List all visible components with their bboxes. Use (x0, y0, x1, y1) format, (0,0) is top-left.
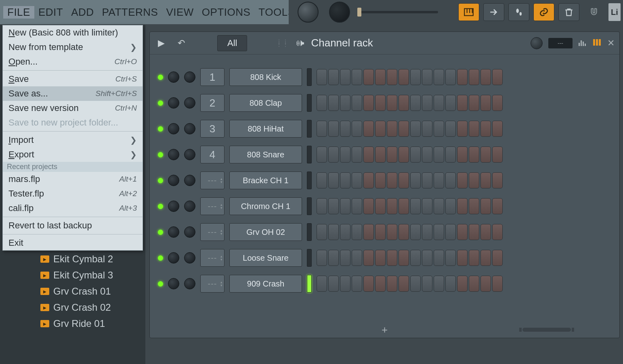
magnet-button[interactable] (583, 3, 604, 21)
swing-knob[interactable] (531, 37, 543, 49)
channel-mute-led[interactable] (158, 75, 163, 80)
channel-name-button[interactable]: 808 HiHat (229, 120, 302, 138)
step-button[interactable] (434, 121, 444, 137)
step-button[interactable] (399, 146, 409, 163)
step-button[interactable] (387, 276, 397, 292)
channel-mute-led[interactable] (158, 178, 163, 183)
step-button[interactable] (363, 198, 374, 214)
channel-volume-knob[interactable] (184, 71, 195, 83)
step-button[interactable] (480, 146, 491, 163)
step-button[interactable] (457, 69, 468, 85)
step-button[interactable] (480, 172, 491, 188)
menu-edit[interactable]: EDIT (34, 6, 67, 19)
menu-item-tester-flp[interactable]: Tester.flpAlt+2 (3, 186, 143, 201)
step-button[interactable] (410, 224, 421, 240)
step-button[interactable] (340, 276, 350, 292)
step-button[interactable] (410, 69, 421, 85)
channel-pan-knob[interactable] (168, 71, 179, 83)
step-button[interactable] (340, 69, 350, 85)
step-button[interactable] (445, 198, 456, 214)
step-button[interactable] (328, 95, 339, 111)
channel-volume-knob[interactable] (184, 97, 195, 109)
channel-select-indicator[interactable] (307, 275, 312, 293)
master-volume-knob[interactable] (298, 2, 319, 23)
step-button[interactable] (422, 250, 432, 266)
step-button[interactable] (457, 146, 468, 163)
channel-mute-led[interactable] (158, 255, 163, 261)
step-button[interactable] (317, 276, 327, 292)
step-button[interactable] (375, 224, 386, 240)
step-button[interactable] (387, 95, 397, 111)
channel-mute-led[interactable] (158, 204, 163, 209)
step-button[interactable] (410, 146, 421, 163)
step-button[interactable] (422, 95, 432, 111)
trash-button[interactable] (558, 3, 579, 21)
step-button[interactable] (480, 224, 491, 240)
step-button[interactable] (387, 224, 397, 240)
step-button[interactable] (328, 224, 339, 240)
step-button[interactable] (375, 172, 386, 188)
step-button[interactable] (492, 69, 503, 85)
channel-pan-knob[interactable] (168, 226, 179, 238)
menu-item-save-new-version[interactable]: Save new versionCtrl+N (3, 101, 143, 115)
step-button[interactable] (352, 250, 362, 266)
menu-item-cali-flp[interactable]: cali.flpAlt+3 (3, 201, 143, 215)
step-button[interactable] (480, 250, 491, 266)
channel-name-button[interactable]: Loose Snare (229, 249, 302, 267)
step-button[interactable] (422, 276, 432, 292)
step-button[interactable] (375, 69, 386, 85)
channel-volume-knob[interactable] (184, 175, 195, 186)
step-button[interactable] (469, 146, 479, 163)
channel-volume-knob[interactable] (184, 201, 195, 212)
step-button[interactable] (387, 250, 397, 266)
link-button[interactable] (533, 3, 554, 21)
step-sequencer-icon[interactable] (593, 39, 602, 48)
channel-select-indicator[interactable] (307, 249, 312, 267)
step-button[interactable] (399, 224, 409, 240)
step-button[interactable] (363, 250, 374, 266)
step-button[interactable] (399, 250, 409, 266)
step-button[interactable] (399, 69, 409, 85)
channel-pan-knob[interactable] (168, 149, 179, 160)
step-button[interactable] (352, 69, 362, 85)
channel-volume-knob[interactable] (184, 252, 195, 264)
step-button[interactable] (328, 172, 339, 188)
step-button[interactable] (480, 95, 491, 111)
step-button[interactable] (352, 224, 362, 240)
step-button[interactable] (340, 198, 350, 214)
step-button[interactable] (328, 146, 339, 163)
channel-mixer-track[interactable]: 2 (200, 94, 224, 112)
step-button[interactable] (317, 224, 327, 240)
channel-mixer-track[interactable]: ---▴▾ (200, 172, 224, 189)
menu-item-save-as[interactable]: Save as...Shift+Ctrl+S (3, 86, 143, 101)
channel-name-button[interactable]: Bracke CH 1 (229, 172, 302, 189)
step-button[interactable] (363, 224, 374, 240)
step-button[interactable] (445, 69, 456, 85)
channel-pan-knob[interactable] (168, 252, 179, 264)
channel-select-indicator[interactable] (307, 68, 312, 86)
step-button[interactable] (457, 224, 468, 240)
step-button[interactable] (480, 276, 491, 292)
channel-volume-knob[interactable] (184, 149, 195, 160)
step-button[interactable] (387, 121, 397, 137)
add-channel-button[interactable]: + (382, 324, 388, 336)
step-button[interactable] (363, 172, 374, 188)
pattern-length-display[interactable]: --- (548, 38, 573, 48)
step-button[interactable] (340, 121, 350, 137)
step-button[interactable] (469, 95, 479, 111)
step-button[interactable] (422, 121, 432, 137)
step-button[interactable] (445, 276, 456, 292)
channel-name-button[interactable]: 808 Clap (229, 94, 302, 112)
typing-keyboard-button[interactable] (458, 3, 479, 21)
menu-item-save[interactable]: SaveCtrl+S (3, 72, 143, 86)
step-button[interactable] (340, 95, 350, 111)
step-button[interactable] (399, 198, 409, 214)
step-button[interactable] (387, 172, 397, 188)
channel-select-indicator[interactable] (307, 223, 312, 241)
step-button[interactable] (399, 95, 409, 111)
speaker-icon[interactable]: 🕪 (296, 38, 304, 48)
step-button[interactable] (492, 250, 503, 266)
browser-item[interactable]: Ekit Cymbal 2 (0, 251, 145, 267)
browser-item[interactable]: Ekit Cymbal 3 (0, 267, 145, 283)
step-button[interactable] (410, 172, 421, 188)
